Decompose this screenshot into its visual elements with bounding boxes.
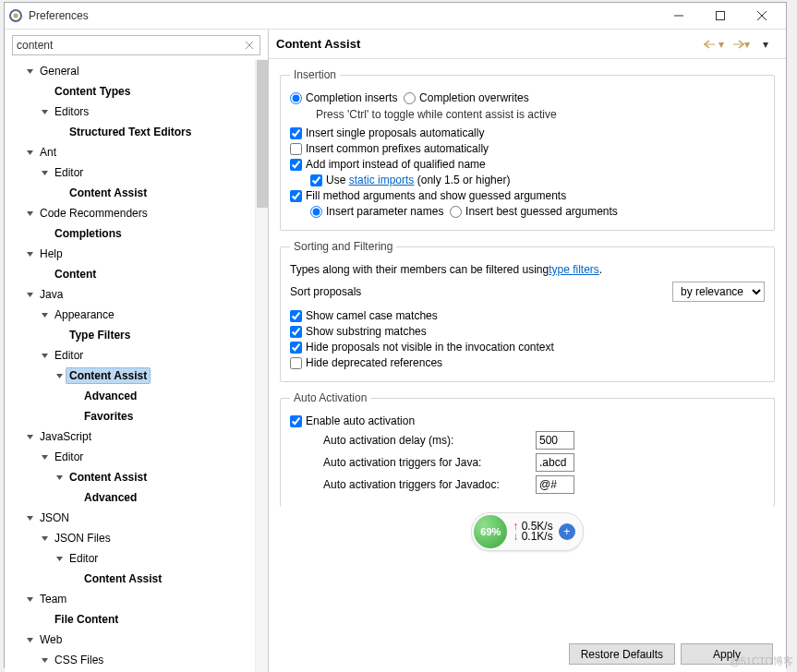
auto-legend: Auto Activation [290, 391, 370, 404]
tree-item[interactable]: Java [8, 284, 253, 305]
chevron-down-icon[interactable] [23, 593, 36, 606]
sorting-group: Sorting and Filtering Types along with t… [280, 240, 775, 382]
chevron-down-icon[interactable] [53, 471, 66, 484]
chevron-down-icon[interactable] [38, 450, 51, 463]
type-filters-link[interactable]: type filters [549, 263, 599, 276]
maximize-button[interactable] [699, 3, 741, 29]
clear-filter-icon[interactable] [243, 39, 256, 52]
static-imports-checkbox[interactable] [310, 174, 322, 186]
tree-label: Team [36, 591, 70, 607]
tree-item[interactable]: Content Assist [8, 183, 253, 203]
tree-item[interactable]: JSON [8, 508, 253, 528]
sort-select[interactable]: by relevance [672, 282, 765, 302]
tree-item[interactable]: Help [8, 244, 253, 264]
tree-item[interactable]: Editor [8, 548, 253, 569]
tree-item[interactable]: CSS Files [8, 650, 253, 670]
chevron-down-icon[interactable] [38, 532, 51, 545]
preferences-tree[interactable]: GeneralContent TypesEditorsStructured Te… [5, 59, 255, 672]
tree-item[interactable]: Code Recommenders [8, 203, 253, 223]
page-header: Content Assist ▾ ▾ ▾ [269, 30, 786, 59]
close-button[interactable] [741, 3, 782, 29]
chevron-down-icon[interactable] [38, 308, 51, 321]
common-prefixes-checkbox[interactable] [290, 143, 302, 155]
chevron-down-icon[interactable] [23, 65, 36, 78]
nav-menu-icon[interactable]: ▾ [753, 36, 779, 53]
tree-item[interactable]: Type Filters [8, 325, 253, 345]
tree-item[interactable]: Advanced [8, 386, 253, 406]
chevron-down-icon[interactable] [38, 349, 51, 362]
filter-input[interactable] [17, 39, 243, 52]
tree-item[interactable]: Content [8, 264, 253, 284]
restore-defaults-button[interactable]: Restore Defaults [569, 643, 675, 665]
add-import-checkbox[interactable] [290, 159, 302, 171]
single-proposals-checkbox[interactable] [290, 127, 302, 139]
auto-delay-input[interactable] [536, 431, 574, 450]
tree-item[interactable]: Editor [8, 162, 253, 183]
enable-auto-checkbox[interactable] [290, 415, 302, 427]
tree-item[interactable]: Advanced [8, 487, 253, 508]
minimize-button[interactable] [658, 3, 699, 29]
titlebar: Preferences [5, 3, 786, 30]
chevron-down-icon[interactable] [23, 633, 36, 646]
speed-plus-icon[interactable]: + [559, 523, 575, 540]
completion-overwrites-radio[interactable] [404, 92, 416, 104]
chevron-down-icon[interactable] [23, 146, 36, 159]
chevron-down-icon[interactable] [38, 166, 51, 179]
tree-label: Content Types [51, 83, 134, 100]
auto-javadoc-input[interactable] [536, 475, 574, 494]
app-icon [8, 8, 23, 23]
chevron-down-icon[interactable] [23, 288, 36, 301]
tree-item[interactable]: JSON Files [8, 528, 253, 548]
tree-item[interactable]: Content Assist [8, 467, 253, 487]
tree-label: Content Assist [66, 185, 151, 201]
tree-item[interactable]: Web [8, 630, 253, 650]
insert-best-guessed-radio[interactable] [450, 206, 462, 218]
nav-back-icon[interactable]: ▾ [701, 36, 727, 53]
fill-args-checkbox[interactable] [290, 190, 302, 202]
page-title: Content Assist [276, 37, 701, 51]
tree-label: Appearance [51, 306, 118, 323]
tree-item[interactable]: JavaScript [8, 426, 253, 447]
auto-java-input[interactable] [536, 453, 574, 472]
chevron-down-icon[interactable] [23, 207, 36, 220]
tree-item[interactable]: Editor [8, 447, 253, 467]
filter-box [12, 35, 260, 55]
tree-item[interactable]: Editors [8, 102, 253, 122]
tree-item[interactable]: Structured Text Editors [8, 122, 253, 142]
tree-item[interactable]: Favorites [8, 406, 253, 426]
chevron-down-icon[interactable] [38, 105, 51, 118]
completion-inserts-radio[interactable] [290, 92, 302, 104]
tree-label: Code Recommenders [36, 205, 151, 222]
tree-item[interactable]: Ant [8, 142, 253, 162]
chevron-down-icon[interactable] [23, 430, 36, 443]
tree-label: Advanced [80, 489, 140, 506]
speed-percent: 69% [474, 515, 507, 548]
category-sidebar: GeneralContent TypesEditorsStructured Te… [5, 30, 269, 672]
chevron-down-icon[interactable] [53, 369, 66, 382]
tree-label: JSON [36, 510, 73, 526]
tree-label: Editor [51, 347, 87, 364]
camel-checkbox[interactable] [290, 310, 302, 322]
insert-param-names-radio[interactable] [310, 206, 322, 218]
nav-forward-icon[interactable]: ▾ [727, 36, 753, 53]
chevron-down-icon[interactable] [23, 247, 36, 260]
tree-item[interactable]: General [8, 61, 253, 81]
chevron-down-icon[interactable] [53, 552, 66, 565]
tree-item[interactable]: Appearance [8, 305, 253, 325]
chevron-down-icon[interactable] [23, 511, 36, 524]
tree-item[interactable]: Team [8, 589, 253, 609]
tree-item[interactable]: Editor [8, 345, 253, 366]
tree-item[interactable]: Completions [8, 223, 253, 244]
static-imports-link[interactable]: static imports [349, 174, 415, 186]
tree-item[interactable]: Content Types [8, 81, 253, 102]
hide-deprecated-checkbox[interactable] [290, 357, 302, 369]
chevron-down-icon[interactable] [38, 654, 51, 666]
tree-label: JSON Files [51, 530, 115, 546]
tree-item[interactable]: Content Assist [8, 569, 253, 589]
substring-checkbox[interactable] [290, 326, 302, 338]
tree-item[interactable]: File Content [8, 609, 253, 630]
tree-scrollbar[interactable] [255, 59, 268, 672]
tree-item[interactable]: Content Assist [8, 366, 253, 386]
watermark: @51CTO博客 [731, 654, 793, 668]
hide-not-visible-checkbox[interactable] [290, 342, 302, 354]
